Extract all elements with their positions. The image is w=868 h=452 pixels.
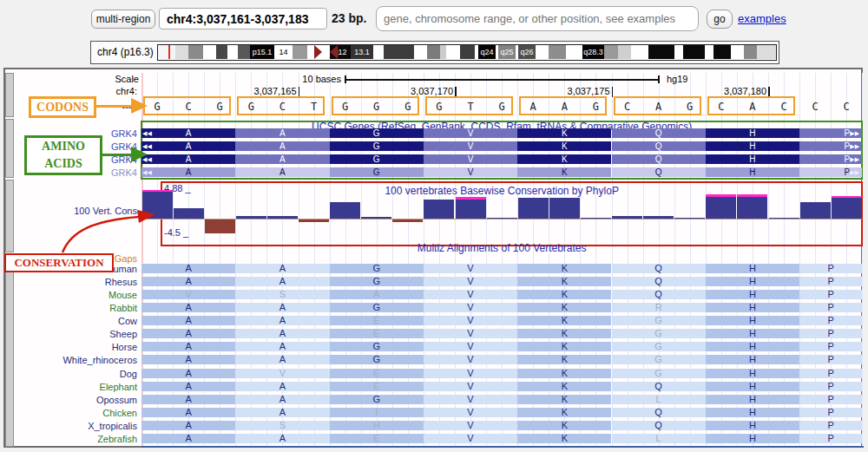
amino-acid-cell: H [706, 141, 799, 151]
chevrons-right-icon: ▶▶ [850, 128, 862, 138]
phylop-bar [518, 198, 549, 219]
species-label: Sheep [7, 329, 137, 339]
alignment-cell: L [612, 434, 706, 443]
phylop-bar-negative [299, 219, 329, 222]
alignment-cell: A [141, 355, 235, 364]
alignment-cell: K [517, 434, 611, 443]
alignment-cell: G [612, 342, 706, 351]
amino-acid-cell: Q [612, 128, 706, 138]
alignment-cell: V [424, 316, 517, 325]
amino-acid-cell: Q [612, 141, 706, 151]
alignment-cell: Q [612, 382, 706, 391]
alignment-cell: P [799, 290, 862, 299]
alignment-cell: V [141, 290, 235, 299]
alignment-cell: A [141, 277, 235, 286]
ruler-tick-label: 3,037,165 [167, 86, 297, 96]
alignment-cell: V [424, 395, 517, 404]
phylop-bar [330, 202, 360, 219]
alignment-cell: V [424, 342, 517, 351]
amino-acids-line2: ACIDS [27, 155, 100, 173]
alignment-cell: V [424, 355, 517, 364]
alignment-cell: Q [612, 277, 706, 286]
alignment-cell: A [141, 421, 235, 430]
alignment-cell: A [141, 342, 235, 351]
phylop-bar [487, 218, 517, 219]
alignment-cell: A [235, 382, 329, 391]
chevrons-right-icon: ▶▶ [850, 154, 862, 164]
alignment-cell: V [424, 369, 517, 378]
species-label: Opossum [7, 395, 137, 405]
assembly-label: hg19 [667, 74, 687, 84]
alignment-cell: V [424, 290, 517, 299]
conservation-annotation: CONSERVATION [4, 253, 114, 272]
alignment-cell: H [706, 303, 799, 312]
phylop-bar [674, 218, 705, 219]
alignment-cell: A [235, 434, 329, 443]
alignment-cell: A [235, 355, 329, 364]
chevrons-left-icon: ◀◀ [142, 128, 158, 138]
phylop-bar-negative [392, 219, 423, 222]
track-drag-handle[interactable] [5, 180, 14, 252]
amino-acid-cell: K [517, 128, 611, 138]
alignment-cell: H [706, 421, 799, 430]
phylop-bar [267, 216, 298, 219]
phylop-bar [643, 216, 674, 219]
phylop-bar [236, 216, 266, 219]
alignment-cell: A [141, 395, 235, 404]
codon-box [332, 96, 419, 115]
amino-acid-cell: A [235, 128, 329, 138]
alignment-cell: A [141, 303, 235, 312]
amino-acid-cell: V [424, 141, 517, 151]
alignment-cell: K [517, 382, 611, 391]
alignment-cell: A [235, 277, 329, 286]
alignment-cell: Q [612, 264, 706, 273]
codons-arrow-line [96, 105, 132, 108]
phylop-bar [456, 200, 486, 219]
species-label: Rabbit [7, 303, 137, 313]
alignment-cell: V [424, 421, 517, 430]
scale-label: Scale [9, 74, 139, 84]
scale-bar-line [345, 79, 659, 81]
phylop-bar [581, 218, 611, 219]
phylop-bar [706, 197, 736, 219]
alignment-cell: K [517, 342, 611, 351]
alignment-cell: G [330, 355, 424, 364]
alignment-cell: A [141, 382, 235, 391]
amino-acid-cell: V [424, 167, 517, 177]
conservation-track-label: 100 Vert. Cons [7, 206, 137, 216]
alignment-cell: P [799, 355, 862, 364]
phylop-bar [769, 218, 799, 219]
alignment-cell: A [235, 408, 329, 417]
amino-acid-cell: G [330, 154, 424, 164]
alignment-cell: G [612, 369, 706, 378]
alignment-cell: E [330, 434, 424, 443]
alignment-cell: A [235, 264, 329, 273]
species-label: Dog [7, 369, 137, 379]
amino-arrow-head [131, 147, 148, 162]
alignment-cell: P [799, 342, 862, 351]
alignment-cell: K [517, 264, 611, 273]
alignment-cell: H [330, 421, 424, 430]
amino-arrow-line [100, 154, 132, 156]
species-label: Rhesus [7, 277, 137, 287]
alignment-cell: P [799, 316, 862, 325]
alignment-cell: Q [612, 408, 706, 417]
amino-acid-cell: A [235, 154, 329, 164]
phylop-clip-cap [832, 196, 862, 199]
phylop-bar [832, 198, 862, 219]
alignment-cell: A [330, 290, 424, 299]
alignment-cell: H [706, 290, 799, 299]
alignment-cell: P [799, 264, 862, 273]
alignment-cell: V [424, 329, 517, 338]
alignment-cell: G [330, 395, 424, 404]
alignment-cell: R [612, 303, 706, 312]
chevrons-left-icon: ◀◀ [142, 167, 158, 177]
alignment-cell: V [424, 303, 517, 312]
alignment-cell: P [799, 369, 862, 378]
phylop-clip-cap [142, 190, 173, 193]
ruler-tick-label: 3,037,175 [480, 86, 610, 96]
alignment-cell: A [141, 434, 235, 443]
phylop-bar [142, 192, 173, 219]
alignment-cell: A [235, 303, 329, 312]
amino-acid-cell: V [424, 128, 517, 138]
